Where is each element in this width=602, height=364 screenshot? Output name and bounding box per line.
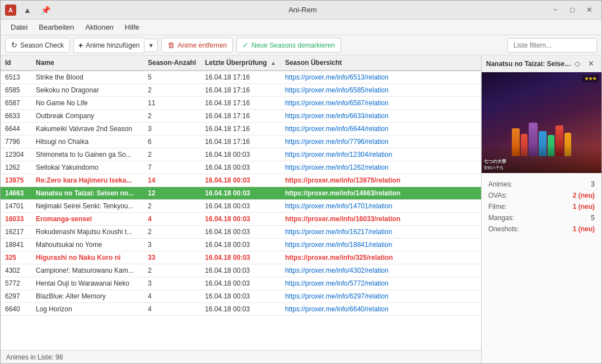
table-row[interactable]: 14663Nanatsu no Taizai: Seisen no...1216… xyxy=(1,187,481,200)
col-header-id[interactable]: Id xyxy=(1,55,31,71)
cell-name: BlazBlue: Alter Memory xyxy=(31,290,143,303)
cell-name: Mahoutsukai no Yome xyxy=(31,239,143,251)
trash-icon: 🗑 xyxy=(167,41,175,49)
cell-url: https://proxer.me/info/4302/relation xyxy=(281,264,481,277)
app-icon: A xyxy=(5,4,16,16)
col-header-season-count[interactable]: Season-Anzahl xyxy=(143,55,200,71)
titlebar-pin[interactable]: 📌 xyxy=(38,3,53,17)
table-row[interactable]: 325Higurashi no Naku Koro ni3316.04.18 0… xyxy=(1,251,481,264)
cell-url: https://proxer.me/info/16033/relation xyxy=(281,213,481,226)
add-anime-dropdown[interactable]: ▼ xyxy=(144,39,158,52)
table-row[interactable]: 1262Seitokai Yakuindomo716.04.18 00:03ht… xyxy=(1,161,481,174)
menu-aktionen[interactable]: Aktionen xyxy=(80,21,119,34)
titlebar: A ▲ 📌 Ani-Rem − □ ✕ xyxy=(1,1,601,20)
new-seasons-button[interactable]: ✓ Neue Seasons demarkieren xyxy=(236,38,341,53)
cell-name: Kakumeiki Valvrave 2nd Season xyxy=(31,123,143,136)
table-row[interactable]: 16033Eromanga-sensei416.04.18 00:03https… xyxy=(1,213,481,226)
cell-name: Outbreak Company xyxy=(31,110,143,123)
side-panel-pin[interactable]: ◇ xyxy=(572,58,583,69)
cell-url: https://proxer.me/info/14663/relation xyxy=(281,187,481,200)
table-row[interactable]: 6633Outbreak Company216.04.18 17:16https… xyxy=(1,110,481,123)
table-row[interactable]: 13975Re:Zero kara Hajimeru Iseka...1416.… xyxy=(1,174,481,187)
cell-url: https://proxer.me/info/16217/relation xyxy=(281,226,481,239)
table-row[interactable]: 6587No Game No Life1116.04.18 17:16https… xyxy=(1,97,481,110)
cell-last-check: 16.04.18 00:03 xyxy=(200,148,281,161)
add-anime-main[interactable]: + Anime hinzufügen xyxy=(73,38,144,53)
cell-last-check: 16.04.18 00:03 xyxy=(200,200,281,213)
cell-id: 16033 xyxy=(1,213,31,226)
cell-url: https://proxer.me/info/6585/relation xyxy=(281,84,481,97)
cell-url: https://proxer.me/info/6633/relation xyxy=(281,110,481,123)
refresh-icon: ↻ xyxy=(11,41,17,49)
table-row[interactable]: 6644Kakumeiki Valvrave 2nd Season316.04.… xyxy=(1,123,481,136)
cell-id: 6633 xyxy=(1,110,31,123)
table-row[interactable]: 18841Mahoutsukai no Yome316.04.18 00:03h… xyxy=(1,239,481,251)
titlebar-arrow-up[interactable]: ▲ xyxy=(20,3,35,17)
cell-name: Seikoku no Dragonar xyxy=(31,84,143,97)
cell-season-count: 2 xyxy=(143,148,200,161)
cell-url: https://proxer.me/info/6644/relation xyxy=(281,123,481,136)
cell-name: Shimoneta to Iu Gainen ga So... xyxy=(31,148,143,161)
cell-last-check: 16.04.18 17:16 xyxy=(200,123,281,136)
stat-mangas-value: 5 xyxy=(591,214,595,222)
table-row[interactable]: 12304Shimoneta to Iu Gainen ga So...216.… xyxy=(1,148,481,161)
side-panel-controls: ◇ ✕ xyxy=(572,58,597,69)
table-container: Id Name Season-Anzahl Letzte Überprüfung… xyxy=(1,55,481,363)
menu-bearbeiten[interactable]: Bearbeiten xyxy=(33,21,80,34)
add-anime-button-group: + Anime hinzufügen ▼ xyxy=(73,38,158,53)
table-row[interactable]: 7796Hitsugi no Chaika616.04.18 17:16http… xyxy=(1,136,481,148)
cell-last-check: 16.04.18 17:16 xyxy=(200,84,281,97)
cell-season-count: 6 xyxy=(143,136,200,148)
cell-url: https://proxer.me/info/12304/relation xyxy=(281,148,481,161)
cell-url: https://proxer.me/info/13975/relation xyxy=(281,174,481,187)
cover-title-text: 七つの大罪聖戦の予兆 xyxy=(484,159,599,171)
remove-anime-button[interactable]: 🗑 Anime entfernen xyxy=(161,38,233,53)
cell-season-count: 3 xyxy=(143,277,200,290)
close-button[interactable]: ✕ xyxy=(581,3,597,17)
side-panel-stats: Animes: 3 OVAs: 2 (neu) Filme: 1 (neu) M… xyxy=(482,173,601,240)
cell-name: Strike the Blood xyxy=(31,71,143,84)
minimize-button[interactable]: − xyxy=(548,3,563,17)
col-header-season-overview[interactable]: Season Übersicht xyxy=(281,55,481,71)
cell-id: 14701 xyxy=(1,200,31,213)
cell-season-count: 2 xyxy=(143,200,200,213)
cell-id: 18841 xyxy=(1,239,31,251)
stat-oneshots: Oneshots: 1 (neu) xyxy=(488,223,595,235)
table-row[interactable]: 14701Nejimaki Seirei Senki: Tenkyou...21… xyxy=(1,200,481,213)
cell-url: https://proxer.me/info/6513/relation xyxy=(281,71,481,84)
menu-hilfe[interactable]: Hilfe xyxy=(119,21,145,34)
side-panel-close[interactable]: ✕ xyxy=(585,58,597,69)
main-content: Id Name Season-Anzahl Letzte Überprüfung… xyxy=(1,55,601,363)
cell-season-count: 2 xyxy=(143,84,200,97)
cell-name: Nanatsu no Taizai: Seisen no... xyxy=(31,187,143,200)
table-row[interactable]: 6297BlazBlue: Alter Memory416.04.18 00:0… xyxy=(1,290,481,303)
cell-url: https://proxer.me/info/14701/relation xyxy=(281,200,481,213)
col-header-name[interactable]: Name xyxy=(31,55,143,71)
cell-id: 325 xyxy=(1,251,31,264)
stat-filme-label: Filme: xyxy=(488,203,507,211)
table-row[interactable]: 16217Rokudenashi Majutsu Koushi t...216.… xyxy=(1,226,481,239)
table-wrapper[interactable]: Id Name Season-Anzahl Letzte Überprüfung… xyxy=(1,55,481,350)
cell-last-check: 16.04.18 00:03 xyxy=(200,213,281,226)
stat-mangas: Mangas: 5 xyxy=(488,212,595,223)
cell-last-check: 16.04.18 00:03 xyxy=(200,303,281,316)
col-header-last-check[interactable]: Letzte Überprüfung ▲ xyxy=(200,55,281,71)
cell-id: 14663 xyxy=(1,187,31,200)
table-row[interactable]: 6640Log Horizon416.04.18 00:03https://pr… xyxy=(1,303,481,316)
cell-url: https://proxer.me/info/7796/relation xyxy=(281,136,481,148)
table-row[interactable]: 6585Seikoku no Dragonar216.04.18 17:16ht… xyxy=(1,84,481,97)
table-row[interactable]: 6513Strike the Blood516.04.18 17:16https… xyxy=(1,71,481,84)
table-row[interactable]: 5772Hentai Ouji to Warawanai Neko316.04.… xyxy=(1,277,481,290)
menu-datei[interactable]: Datei xyxy=(5,21,33,34)
season-check-button[interactable]: ↻ Season Check xyxy=(5,38,70,53)
maximize-button[interactable]: □ xyxy=(564,3,580,17)
table-row[interactable]: 4302Campione!: Matsurowanu Kam...216.04.… xyxy=(1,264,481,277)
cell-id: 5772 xyxy=(1,277,31,290)
cell-last-check: 16.04.18 00:03 xyxy=(200,264,281,277)
filter-input[interactable] xyxy=(507,38,597,53)
cell-name: No Game No Life xyxy=(31,97,143,110)
toolbar: ↻ Season Check + Anime hinzufügen ▼ 🗑 An… xyxy=(1,35,601,55)
sort-indicator: ▲ xyxy=(270,60,276,66)
status-text: Animes in Liste: 98 xyxy=(6,353,63,361)
stat-animes: Animes: 3 xyxy=(488,179,595,190)
